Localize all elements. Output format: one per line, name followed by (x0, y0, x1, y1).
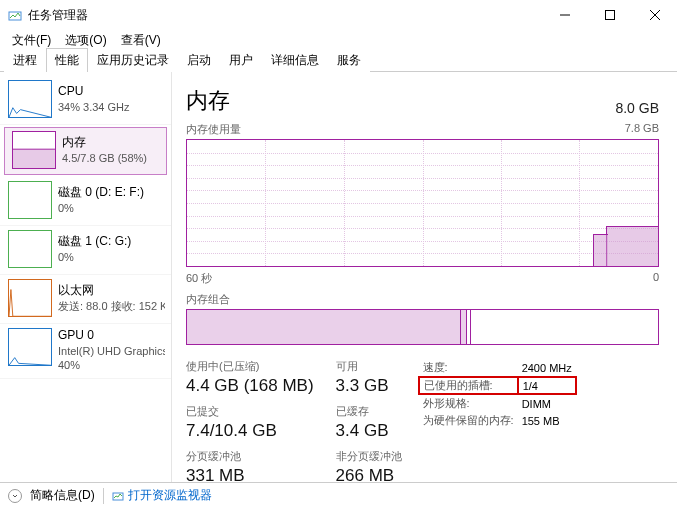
speed-val: 2400 MHz (518, 359, 576, 377)
sidebar-item-disk1[interactable]: 磁盘 1 (C: G:) 0% (0, 226, 171, 275)
tab-apphistory[interactable]: 应用历史记录 (88, 48, 178, 72)
nonpaged-value: 266 MB (336, 466, 402, 486)
avail-value: 3.3 GB (336, 376, 402, 396)
cpu-thumb-icon (8, 80, 52, 118)
memory-usage-chart (186, 139, 659, 267)
disk0-label: 磁盘 0 (D: E: F:) (58, 185, 144, 201)
paged-value: 331 MB (186, 466, 314, 486)
resmon-icon (112, 490, 124, 502)
sidebar-item-disk0[interactable]: 磁盘 0 (D: E: F:) 0% (0, 177, 171, 226)
committed-value: 7.4/10.4 GB (186, 421, 314, 441)
usage-chart-label: 内存使用量 (186, 122, 241, 137)
slots-key: 已使用的插槽: (419, 377, 518, 394)
tab-startup[interactable]: 启动 (178, 48, 220, 72)
memory-thumb-icon (12, 131, 56, 169)
tab-users[interactable]: 用户 (220, 48, 262, 72)
inuse-label: 使用中(已压缩) (186, 359, 314, 374)
disk1-sub: 0% (58, 250, 131, 264)
axis-left: 60 秒 (186, 271, 212, 286)
ethernet-sub: 发送: 88.0 接收: 152 K (58, 299, 165, 313)
cached-label: 已缓存 (336, 404, 402, 419)
sidebar-item-gpu[interactable]: GPU 0 Intel(R) UHD Graphics 40% (0, 324, 171, 379)
tab-processes[interactable]: 进程 (4, 48, 46, 72)
window-title: 任务管理器 (28, 7, 542, 24)
gpu-thumb-icon (8, 328, 52, 366)
memory-total: 8.0 GB (615, 100, 659, 116)
cpu-label: CPU (58, 84, 130, 100)
usage-chart-max: 7.8 GB (625, 122, 659, 137)
cpu-sub: 34% 3.34 GHz (58, 100, 130, 114)
main-area: CPU 34% 3.34 GHz 内存 4.5/7.8 GB (58%) 磁盘 … (0, 72, 677, 482)
app-icon (8, 8, 22, 22)
avail-label: 可用 (336, 359, 402, 374)
speed-key: 速度: (419, 359, 518, 377)
titlebar: 任务管理器 (0, 0, 677, 30)
gpu-sub2: 40% (58, 358, 165, 372)
svg-rect-0 (9, 12, 21, 20)
committed-label: 已提交 (186, 404, 314, 419)
tab-performance[interactable]: 性能 (46, 48, 88, 72)
form-val: DIMM (518, 394, 576, 412)
memory-sub: 4.5/7.8 GB (58%) (62, 151, 147, 165)
form-key: 外形规格: (419, 394, 518, 412)
tab-services[interactable]: 服务 (328, 48, 370, 72)
footer-divider (103, 488, 104, 504)
slots-val: 1/4 (518, 377, 576, 394)
sidebar-item-cpu[interactable]: CPU 34% 3.34 GHz (0, 76, 171, 125)
memory-composition-chart (186, 309, 659, 345)
axis-right: 0 (653, 271, 659, 286)
memory-label: 内存 (62, 135, 147, 151)
gpu-sub: Intel(R) UHD Graphics (58, 344, 165, 358)
open-resmon-link[interactable]: 打开资源监视器 (112, 487, 212, 504)
open-resmon-label: 打开资源监视器 (128, 487, 212, 504)
perf-sidebar: CPU 34% 3.34 GHz 内存 4.5/7.8 GB (58%) 磁盘 … (0, 72, 172, 482)
svg-rect-5 (13, 149, 55, 168)
maximize-button[interactable] (587, 0, 632, 30)
reserved-val: 155 MB (518, 412, 576, 429)
tab-strip: 进程 性能 应用历史记录 启动 用户 详细信息 服务 (0, 50, 677, 72)
minimize-button[interactable] (542, 0, 587, 30)
disk0-thumb-icon (8, 181, 52, 219)
page-title: 内存 (186, 86, 230, 116)
sidebar-item-ethernet[interactable]: 以太网 发送: 88.0 接收: 152 K (0, 275, 171, 324)
memory-info-table: 速度:2400 MHz 已使用的插槽:1/4 外形规格:DIMM 为硬件保留的内… (418, 359, 577, 486)
close-button[interactable] (632, 0, 677, 30)
paged-label: 分页缓冲池 (186, 449, 314, 464)
menubar: 文件(F) 选项(O) 查看(V) (0, 30, 677, 50)
ethernet-label: 以太网 (58, 283, 165, 299)
fewer-details-button[interactable]: 简略信息(D) (30, 487, 95, 504)
disk1-label: 磁盘 1 (C: G:) (58, 234, 131, 250)
memory-pane: 内存 8.0 GB 内存使用量 7.8 GB 60 秒 0 内存组合 (172, 72, 677, 482)
tab-details[interactable]: 详细信息 (262, 48, 328, 72)
fewer-details-icon[interactable] (8, 489, 22, 503)
svg-rect-2 (605, 11, 614, 20)
disk1-thumb-icon (8, 230, 52, 268)
disk0-sub: 0% (58, 201, 144, 215)
ethernet-thumb-icon (8, 279, 52, 317)
gpu-label: GPU 0 (58, 328, 165, 344)
cached-value: 3.4 GB (336, 421, 402, 441)
sidebar-item-memory[interactable]: 内存 4.5/7.8 GB (58%) (4, 127, 167, 175)
composition-chart-label: 内存组合 (186, 292, 230, 307)
nonpaged-label: 非分页缓冲池 (336, 449, 402, 464)
reserved-key: 为硬件保留的内存: (419, 412, 518, 429)
inuse-value: 4.4 GB (168 MB) (186, 376, 314, 396)
